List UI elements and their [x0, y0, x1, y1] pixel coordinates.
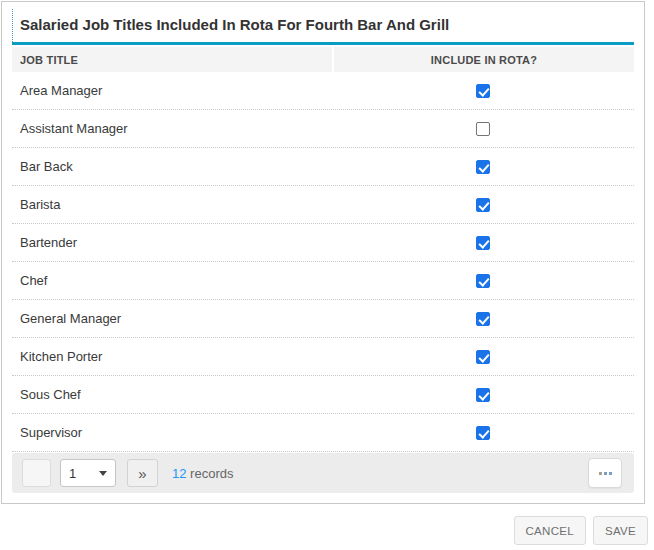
records-count-text: 12 records: [172, 466, 233, 481]
page-select-value: 1: [69, 466, 76, 481]
more-options-button[interactable]: [588, 458, 622, 488]
include-checkbox[interactable]: [476, 350, 490, 364]
include-cell: [332, 198, 634, 212]
job-title-cell: Bar Back: [12, 159, 332, 174]
job-title-cell: Barista: [12, 197, 332, 212]
chevron-down-icon: [99, 471, 107, 476]
job-title-cell: Area Manager: [12, 83, 332, 98]
include-checkbox[interactable]: [476, 198, 490, 212]
table-row: Chef: [12, 262, 634, 300]
include-checkbox[interactable]: [476, 426, 490, 440]
ellipsis-icon: [599, 472, 602, 475]
records-count-label: records: [190, 466, 233, 481]
table-body: Area Manager Assistant Manager Bar Back …: [12, 72, 634, 452]
column-header-include-in-rota: INCLUDE IN ROTA?: [334, 47, 634, 72]
job-title-cell: Kitchen Porter: [12, 349, 332, 364]
include-checkbox[interactable]: [476, 122, 490, 136]
include-cell: [332, 388, 634, 402]
include-cell: [332, 426, 634, 440]
previous-page-button[interactable]: [22, 459, 51, 487]
include-cell: [332, 84, 634, 98]
include-cell: [332, 350, 634, 364]
table-row: General Manager: [12, 300, 634, 338]
include-cell: [332, 274, 634, 288]
records-count-number: 12: [172, 466, 186, 481]
include-cell: [332, 312, 634, 326]
title-divider: [12, 42, 634, 45]
dialog-title: Salaried Job Titles Included In Rota For…: [20, 15, 634, 35]
include-cell: [332, 236, 634, 250]
include-checkbox[interactable]: [476, 160, 490, 174]
job-title-cell: Assistant Manager: [12, 121, 332, 136]
job-title-cell: Bartender: [12, 235, 332, 250]
job-title-cell: Chef: [12, 273, 332, 288]
table-row: Bar Back: [12, 148, 634, 186]
column-header-job-title: JOB TITLE: [12, 47, 332, 72]
dialog-title-block: Salaried Job Titles Included In Rota For…: [12, 9, 634, 42]
double-chevron-right-icon: »: [138, 465, 146, 482]
table-row: Kitchen Porter: [12, 338, 634, 376]
pagination-bar: 1 » 12 records: [12, 453, 634, 493]
job-title-cell: Sous Chef: [12, 387, 332, 402]
job-titles-dialog-panel: Salaried Job Titles Included In Rota For…: [1, 1, 645, 504]
cancel-button[interactable]: CANCEL: [514, 516, 586, 545]
table-row: Sous Chef: [12, 376, 634, 414]
include-checkbox[interactable]: [476, 388, 490, 402]
next-page-button[interactable]: »: [127, 459, 158, 487]
table-row: Area Manager: [12, 72, 634, 110]
table-row: Bartender: [12, 224, 634, 262]
include-checkbox[interactable]: [476, 312, 490, 326]
page-select[interactable]: 1: [60, 459, 116, 487]
table-row: Supervisor: [12, 414, 634, 452]
job-title-cell: Supervisor: [12, 425, 332, 440]
include-cell: [332, 160, 634, 174]
include-checkbox[interactable]: [476, 236, 490, 250]
dialog-footer: CANCEL SAVE: [514, 516, 648, 545]
include-checkbox[interactable]: [476, 274, 490, 288]
include-checkbox[interactable]: [476, 84, 490, 98]
table-row: Barista: [12, 186, 634, 224]
save-button[interactable]: SAVE: [593, 516, 648, 545]
include-cell: [332, 122, 634, 136]
table-row: Assistant Manager: [12, 110, 634, 148]
job-title-cell: General Manager: [12, 311, 332, 326]
table-header-row: JOB TITLE INCLUDE IN ROTA?: [12, 47, 634, 72]
